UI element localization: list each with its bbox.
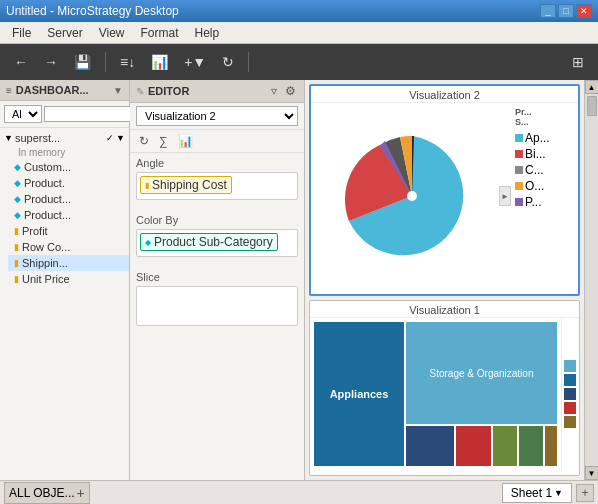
expand-button[interactable]: ► <box>499 186 511 206</box>
visualization-2-card[interactable]: Visualization 2 <box>309 84 580 296</box>
data-button[interactable]: ≡↓ <box>114 50 141 74</box>
viz-name-select[interactable]: Visualization 2 <box>136 106 298 126</box>
treemap-cell-5 <box>545 426 557 466</box>
visualization-1-card[interactable]: Visualization 1 Appliances Storage & Org… <box>309 300 580 476</box>
list-item[interactable]: ◆ Product... <box>8 207 129 223</box>
sheet1-tab[interactable]: Sheet 1 ▼ <box>502 483 572 503</box>
table-icon: ▮ <box>14 274 19 284</box>
list-item[interactable]: ▮ Unit Price <box>8 271 129 287</box>
add-object-icon[interactable]: + <box>77 485 85 501</box>
item-label: Unit Price <box>22 273 70 285</box>
item-label: Product... <box>24 209 71 221</box>
chart-button[interactable]: 📊 <box>145 50 174 74</box>
sheet-dropdown-icon[interactable]: ▼ <box>554 488 563 498</box>
chip-diamond-icon: ◆ <box>145 238 151 247</box>
colorby-field-chip[interactable]: ◆ Product Sub-Category <box>140 233 278 251</box>
viz1-content: Appliances Storage & Organization <box>310 318 579 470</box>
angle-field-label: Shipping Cost <box>152 178 227 192</box>
diamond-icon: ◆ <box>14 178 21 188</box>
scroll-down-button[interactable]: ▼ <box>585 466 599 480</box>
tree-root[interactable]: ▼ superst... ✓ ▼ <box>0 130 129 146</box>
legend-header: Pr...S... <box>515 107 576 127</box>
colorby-field-box[interactable]: ◆ Product Sub-Category <box>136 229 298 257</box>
all-objects-button[interactable]: ALL OBJE... + <box>4 482 90 504</box>
minimize-button[interactable]: _ <box>540 4 556 18</box>
viz-area: Visualization 2 <box>305 80 584 480</box>
item-label: Row Co... <box>22 241 70 253</box>
search-dropdown[interactable]: All <box>4 105 42 123</box>
divider-2 <box>248 52 249 72</box>
pencil-icon: ✎ <box>136 86 144 97</box>
treemap-cell-1 <box>406 426 454 466</box>
legend-item: C... <box>515 163 576 177</box>
angle-label: Angle <box>136 157 298 169</box>
main-area: ≡ DASHBOAR... ▼ All 🔍 ▼ superst... ✓ ▼ I… <box>0 80 598 480</box>
panel-chevron-icon[interactable]: ▼ <box>113 85 123 96</box>
list-item[interactable]: ◆ Product. <box>8 175 129 191</box>
treemap-container: Appliances Storage & Organization <box>310 318 561 470</box>
legend-item: O... <box>515 179 576 193</box>
table-icon: ▮ <box>14 258 19 268</box>
close-button[interactable]: ✕ <box>576 4 592 18</box>
menu-view[interactable]: View <box>91 24 133 42</box>
chart-type-icon[interactable]: 📊 <box>175 133 196 149</box>
viz1-swatches <box>561 318 579 470</box>
refresh-button[interactable]: ↻ <box>216 50 240 74</box>
back-button[interactable]: ← <box>8 50 34 74</box>
menu-server[interactable]: Server <box>39 24 90 42</box>
tree-area: ▼ superst... ✓ ▼ In memory ◆ Custom... ◆… <box>0 128 129 480</box>
viz-select-row: Visualization 2 <box>130 103 304 130</box>
in-memory-label: In memory <box>8 146 129 159</box>
list-item[interactable]: ◆ Custom... <box>8 159 129 175</box>
swatch <box>564 402 576 414</box>
menu-file[interactable]: File <box>4 24 39 42</box>
menu-help[interactable]: Help <box>187 24 228 42</box>
angle-field-chip[interactable]: ▮ Shipping Cost <box>140 176 232 194</box>
list-item[interactable]: ▮ Shippin... <box>8 255 129 271</box>
scroll-track[interactable] <box>585 94 598 466</box>
save-button[interactable]: 💾 <box>68 50 97 74</box>
angle-section: Angle ▮ Shipping Cost <box>130 153 304 210</box>
scroll-thumb[interactable] <box>587 96 597 116</box>
pie-chart <box>342 126 482 266</box>
list-item[interactable]: ◆ Product... <box>8 191 129 207</box>
all-objects-label: ALL OBJE... <box>9 486 75 500</box>
scroll-up-button[interactable]: ▲ <box>585 80 599 94</box>
grid-button[interactable]: ⊞ <box>566 50 590 74</box>
legend-color-swatch <box>515 150 523 158</box>
search-area: All 🔍 <box>0 101 129 128</box>
legend-color-swatch <box>515 198 523 206</box>
list-item[interactable]: ▮ Profit <box>8 223 129 239</box>
right-scrollbar: ▲ ▼ <box>584 80 598 480</box>
treemap-cell-3 <box>493 426 517 466</box>
tree-expand-icon: ▼ <box>4 133 13 143</box>
colorby-field-label: Product Sub-Category <box>154 235 273 249</box>
angle-field-box[interactable]: ▮ Shipping Cost <box>136 172 298 200</box>
treemap-appliances: Appliances <box>314 322 404 466</box>
chip-table-icon: ▮ <box>145 181 149 190</box>
sigma-icon[interactable]: ∑ <box>156 133 171 149</box>
maximize-button[interactable]: □ <box>558 4 574 18</box>
menu-format[interactable]: Format <box>132 24 186 42</box>
legend-label: C... <box>525 163 544 177</box>
viz1-title: Visualization 1 <box>310 301 579 318</box>
undo-icon[interactable]: ↻ <box>136 133 152 149</box>
viz2-legend: Pr...S... Ap... Bi... C... <box>513 103 578 289</box>
settings-icon[interactable]: ⚙ <box>283 83 298 99</box>
list-item[interactable]: ▮ Row Co... <box>8 239 129 255</box>
tree-check-icon: ✓ <box>106 133 114 143</box>
add-sheet-button[interactable]: + <box>576 484 594 502</box>
add-button[interactable]: +▼ <box>178 50 212 74</box>
editor-tab-label[interactable]: EDITOR <box>148 85 189 97</box>
tree-root-arrow: ▼ <box>116 133 125 143</box>
swatch <box>564 360 576 372</box>
forward-button[interactable]: → <box>38 50 64 74</box>
treemap-storage: Storage & Organization <box>406 322 557 424</box>
divider-1 <box>105 52 106 72</box>
filter-icon[interactable]: ▿ <box>269 83 279 99</box>
treemap-right: Storage & Organization <box>406 322 557 466</box>
item-label: Custom... <box>24 161 71 173</box>
legend-item: Ap... <box>515 131 576 145</box>
app-title: Untitled - MicroStrategy Desktop <box>6 4 179 18</box>
slice-field-box[interactable] <box>136 286 298 326</box>
